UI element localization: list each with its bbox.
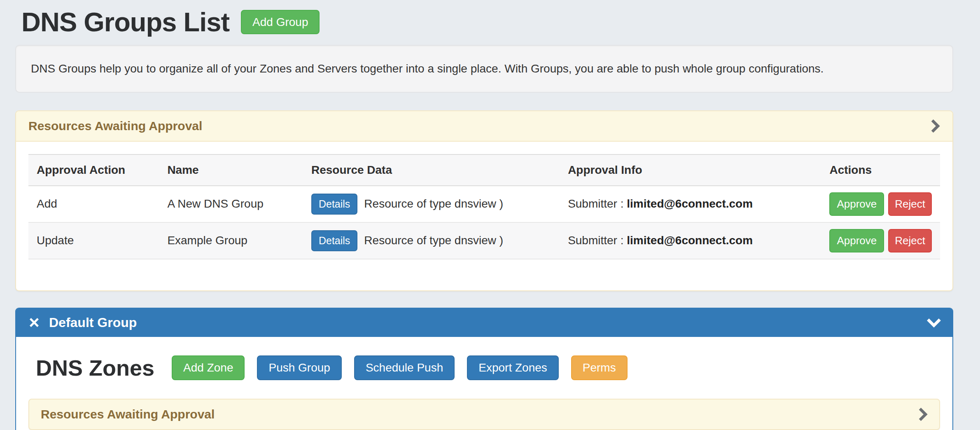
add-group-button[interactable]: Add Group [241, 10, 320, 35]
zones-awaiting-approval-bar[interactable]: Resources Awaiting Approval [28, 399, 940, 430]
default-group-heading[interactable]: Default Group [16, 308, 952, 337]
export-zones-button[interactable]: Export Zones [467, 355, 559, 380]
page-title: DNS Groups List [21, 7, 229, 37]
submitter-email: limited@6connect.com [627, 197, 753, 210]
description-well: DNS Groups help you to organize all of y… [15, 45, 953, 93]
table-row: Add A New DNS Group Details Resource of … [28, 186, 940, 222]
description-text: DNS Groups help you to organize all of y… [31, 62, 824, 75]
resource-text: Resource of type dnsview ) [364, 234, 503, 247]
approval-table: Approval Action Name Resource Data Appro… [28, 154, 940, 259]
dns-zones-toolbar: DNS Zones Add Zone Push Group Schedule P… [36, 355, 940, 381]
chevron-down-icon[interactable] [927, 318, 941, 327]
table-row: Update Example Group Details Resource of… [28, 222, 940, 259]
default-group-panel: Default Group DNS Zones Add Zone Push Gr… [15, 308, 953, 430]
approval-action-cell: Update [28, 222, 159, 259]
chevron-right-icon[interactable] [930, 119, 940, 133]
column-header-approval-action: Approval Action [28, 154, 159, 186]
chevron-right-icon[interactable] [918, 408, 928, 421]
approval-panel: Resources Awaiting Approval Approval Act… [15, 110, 953, 291]
submitter-label: Submitter : [568, 197, 623, 210]
details-button[interactable]: Details [311, 194, 357, 215]
add-zone-button[interactable]: Add Zone [172, 355, 245, 380]
schedule-push-button[interactable]: Schedule Push [354, 355, 455, 380]
submitter-email: limited@6connect.com [627, 234, 753, 247]
resource-text: Resource of type dnsview ) [364, 197, 503, 210]
default-group-body: DNS Zones Add Zone Push Group Schedule P… [16, 337, 952, 430]
approval-action-cell: Add [28, 186, 159, 222]
push-group-button[interactable]: Push Group [257, 355, 341, 380]
approval-table-header-row: Approval Action Name Resource Data Appro… [28, 154, 940, 186]
approve-button[interactable]: Approve [829, 229, 884, 252]
column-header-approval-info: Approval Info [560, 154, 821, 186]
dns-groups-page: DNS Groups List Add Group DNS Groups hel… [0, 0, 980, 430]
dns-zones-title: DNS Zones [36, 355, 154, 381]
zones-awaiting-approval-title: Resources Awaiting Approval [41, 407, 215, 421]
reject-button[interactable]: Reject [888, 192, 932, 216]
details-button[interactable]: Details [311, 230, 357, 252]
page-header: DNS Groups List Add Group [15, 0, 953, 37]
column-header-name: Name [159, 154, 303, 186]
name-cell: A New DNS Group [159, 186, 303, 222]
approval-panel-heading[interactable]: Resources Awaiting Approval [16, 111, 952, 142]
reject-button[interactable]: Reject [888, 229, 932, 252]
approve-button[interactable]: Approve [829, 192, 884, 216]
column-header-resource-data: Resource Data [303, 154, 560, 186]
submitter-label: Submitter : [568, 234, 623, 247]
close-x-icon[interactable] [28, 316, 41, 329]
perms-button[interactable]: Perms [571, 355, 628, 380]
approval-panel-body: Approval Action Name Resource Data Appro… [16, 142, 952, 290]
default-group-title: Default Group [49, 315, 137, 330]
column-header-actions: Actions [821, 154, 940, 186]
name-cell: Example Group [159, 222, 303, 259]
approval-panel-title: Resources Awaiting Approval [28, 119, 202, 133]
